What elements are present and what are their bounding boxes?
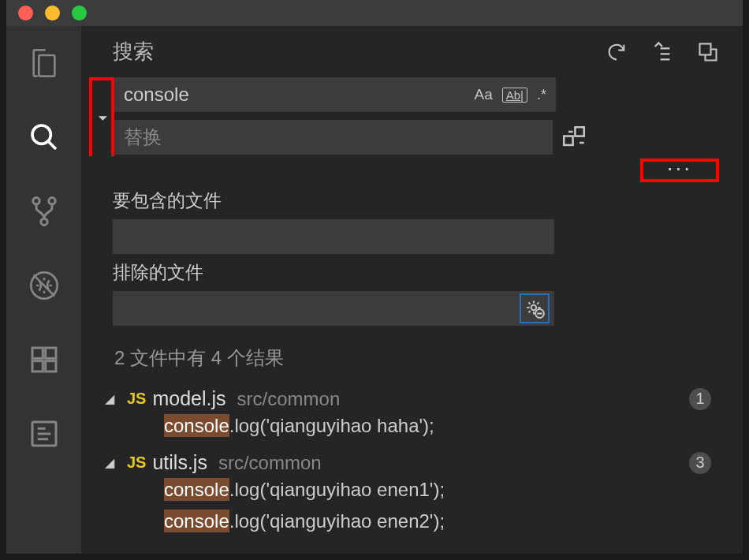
js-file-icon: JS: [127, 454, 146, 472]
svg-point-13: [531, 305, 537, 311]
clear-icon[interactable]: [651, 41, 673, 63]
svg-point-0: [32, 125, 50, 144]
search-input[interactable]: [114, 84, 474, 106]
collapse-all-icon[interactable]: [697, 41, 719, 63]
regex-toggle[interactable]: .*: [537, 87, 546, 103]
replace-row: [114, 120, 587, 155]
window-minimize-button[interactable]: [45, 6, 60, 21]
outline-tab[interactable]: [27, 416, 61, 451]
result-line[interactable]: console.log('qianguyihao haha');: [105, 410, 735, 442]
file-name: utils.js: [152, 451, 207, 474]
exclude-section: 排除的文件: [81, 254, 743, 326]
exclude-label: 排除的文件: [113, 260, 735, 285]
match-count-badge: 3: [689, 452, 711, 474]
svg-point-1: [32, 198, 39, 204]
js-file-icon: JS: [127, 390, 146, 408]
result-file: ◢ JS utils.js src/common 3 console.log('…: [81, 446, 743, 542]
include-label: 要包含的文件: [113, 189, 735, 213]
editor-window: 搜索: [0, 0, 749, 560]
activity-bar: [6, 26, 81, 554]
svg-rect-8: [45, 348, 55, 358]
search-replace-row: Aa Ab| .*: [89, 77, 735, 156]
svg-rect-5: [32, 348, 43, 358]
search-tab[interactable]: [27, 120, 61, 155]
file-header[interactable]: ◢ JS utils.js src/common 3: [105, 451, 735, 474]
title-bar: [6, 0, 743, 26]
match-word-toggle[interactable]: Ab|: [502, 88, 527, 103]
window-close-button[interactable]: [18, 6, 33, 21]
file-header[interactable]: ◢ JS model.js src/common 1: [105, 387, 735, 410]
debug-tab[interactable]: [27, 268, 61, 303]
inputs-column: Aa Ab| .*: [114, 77, 735, 156]
result-file: ◢ JS model.js src/common 1 console.log('…: [81, 383, 743, 446]
exclude-input[interactable]: [113, 291, 554, 326]
file-path: src/common: [237, 388, 341, 410]
svg-rect-12: [575, 127, 583, 136]
result-line[interactable]: console.log('qianguyihao enen1');: [105, 474, 735, 506]
search-form: Aa Ab| .*: [81, 77, 743, 162]
svg-point-3: [40, 218, 47, 225]
match-case-toggle[interactable]: Aa: [474, 86, 492, 103]
svg-rect-10: [700, 43, 711, 54]
svg-rect-6: [32, 361, 43, 371]
use-exclude-settings-icon[interactable]: [520, 293, 550, 323]
match-highlight: console: [164, 414, 229, 437]
workbench: 搜索: [6, 26, 743, 554]
results-summary: 2 文件中有 4 个结果: [81, 326, 743, 383]
header-actions: [606, 41, 719, 63]
replace-input[interactable]: [114, 126, 553, 148]
panel-title: 搜索: [113, 38, 154, 65]
svg-rect-7: [45, 361, 55, 371]
search-panel: 搜索: [81, 26, 743, 554]
toggle-search-details-button[interactable]: ···: [640, 159, 719, 182]
match-highlight: console: [164, 478, 229, 501]
file-path: src/common: [218, 452, 322, 474]
toggle-details-row: ···: [81, 159, 743, 182]
toggle-replace-button[interactable]: [89, 77, 114, 156]
chevron-down-icon: ◢: [105, 391, 121, 406]
window-maximize-button[interactable]: [72, 6, 87, 21]
search-header: 搜索: [81, 38, 743, 77]
refresh-icon[interactable]: [606, 41, 628, 63]
include-section: 要包含的文件: [81, 182, 743, 254]
chevron-down-icon: ◢: [105, 455, 121, 470]
match-count-badge: 1: [689, 388, 711, 410]
source-control-tab[interactable]: [27, 194, 61, 229]
replace-all-icon[interactable]: [561, 124, 587, 151]
result-line[interactable]: console.log('qianguyihao enen2');: [105, 506, 735, 537]
search-input-wrap: Aa Ab| .*: [114, 77, 556, 112]
explorer-tab[interactable]: [27, 46, 61, 80]
svg-point-2: [48, 198, 54, 204]
match-highlight: console: [164, 510, 229, 532]
extensions-tab[interactable]: [27, 342, 61, 377]
results-list: ◢ JS model.js src/common 1 console.log('…: [81, 383, 743, 542]
svg-rect-11: [564, 136, 572, 145]
file-name: model.js: [152, 387, 225, 410]
include-input[interactable]: [113, 219, 554, 254]
